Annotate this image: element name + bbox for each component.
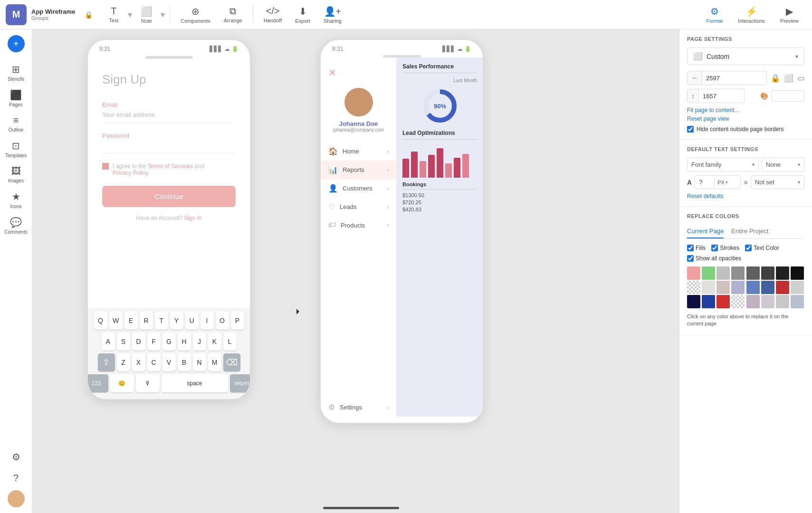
key-b[interactable]: B xyxy=(178,353,191,371)
key-o[interactable]: O xyxy=(216,312,229,330)
user-profile-avatar[interactable] xyxy=(344,88,373,116)
menu-item-products[interactable]: 🏷 Products › xyxy=(321,216,396,234)
not-set-dropdown[interactable]: Not set ▾ xyxy=(751,175,804,189)
arrange-tool[interactable]: ⧉ Arrange xyxy=(217,3,249,26)
sidebar-item-templates[interactable]: ⊡ Templates xyxy=(0,136,32,162)
key-mic[interactable]: 🎙 xyxy=(136,374,160,392)
key-j[interactable]: J xyxy=(193,332,206,351)
color-swatch-18[interactable] xyxy=(716,295,730,308)
menu-item-customers[interactable]: 👤 Customers › xyxy=(321,179,396,198)
color-swatch-12[interactable] xyxy=(746,281,760,294)
sidebar-item-pages[interactable]: ⬛ Pages xyxy=(0,86,32,111)
color-swatch-14[interactable] xyxy=(776,281,789,294)
app-logo[interactable]: M xyxy=(6,4,27,25)
sidebar-item-stencils[interactable]: ⊞ Stencils xyxy=(0,60,32,86)
color-swatch-1[interactable] xyxy=(702,266,715,280)
key-t[interactable]: T xyxy=(155,312,168,330)
color-swatch-7[interactable] xyxy=(791,266,804,280)
key-a[interactable]: A xyxy=(102,332,115,351)
key-r[interactable]: R xyxy=(140,312,153,330)
settings-button[interactable]: ⚙ xyxy=(8,448,25,466)
terms-checkbox[interactable] xyxy=(102,163,109,170)
color-swatch-0[interactable] xyxy=(687,266,700,280)
components-tool[interactable]: ⊛ Components xyxy=(174,3,217,27)
key-s[interactable]: S xyxy=(117,332,130,351)
export-tool[interactable]: ⬇ Export xyxy=(288,3,317,27)
text-color-checkbox[interactable] xyxy=(745,245,752,251)
key-m[interactable]: M xyxy=(208,353,221,371)
font-size-input[interactable] xyxy=(695,176,714,189)
reset-view-link[interactable]: Reset page view xyxy=(687,115,804,122)
interactions-tab[interactable]: ⚡ Interactions xyxy=(730,3,773,27)
reset-defaults-link[interactable]: Reset defaults xyxy=(687,193,804,200)
privacy-link[interactable]: Privacy Policy. xyxy=(113,170,149,176)
signin-link[interactable]: Sign In xyxy=(184,215,201,221)
color-swatch-21[interactable] xyxy=(761,295,774,308)
help-button[interactable]: ? xyxy=(8,469,25,486)
sidebar-item-outline[interactable]: ≡ Outline xyxy=(0,111,32,136)
key-delete[interactable]: ⌫ xyxy=(223,353,240,371)
key-space[interactable]: space xyxy=(162,374,228,392)
menu-item-settings[interactable]: ⚙ Settings › xyxy=(321,398,396,417)
fills-checkbox[interactable] xyxy=(687,245,694,251)
custom-page-dropdown[interactable]: ⬜ Custom ▾ xyxy=(687,48,804,65)
tab-current-page[interactable]: Current Page xyxy=(687,225,724,238)
key-z[interactable]: Z xyxy=(117,353,130,371)
portrait-icon[interactable]: ⬜ xyxy=(784,74,793,83)
hide-content-checkbox[interactable] xyxy=(687,126,694,133)
menu-item-home[interactable]: 🏠 Home › xyxy=(321,142,396,161)
color-swatch-17[interactable] xyxy=(702,295,715,308)
preview-tab[interactable]: ▶ Preview xyxy=(773,3,806,27)
key-123[interactable]: 123 xyxy=(87,374,108,392)
key-emoji[interactable]: 😊 xyxy=(110,374,134,392)
tab-entire-project[interactable]: Entire Project xyxy=(731,225,768,238)
terms-link[interactable]: Terms of Services xyxy=(148,163,193,170)
color-swatch-8[interactable] xyxy=(687,281,700,294)
handoff-tool[interactable]: </> Handoff xyxy=(257,3,288,26)
color-swatch-2[interactable] xyxy=(716,266,730,280)
key-e[interactable]: E xyxy=(124,312,138,330)
key-f[interactable]: F xyxy=(147,332,161,351)
color-swatch-10[interactable] xyxy=(716,281,730,294)
strokes-checkbox[interactable] xyxy=(711,245,718,251)
key-q[interactable]: Q xyxy=(94,312,107,330)
key-g[interactable]: G xyxy=(162,332,176,351)
color-swatch-9[interactable] xyxy=(702,281,715,294)
text-tool-dropdown[interactable]: ▾ xyxy=(128,10,132,20)
color-swatch-4[interactable] xyxy=(746,266,760,280)
sidebar-item-images[interactable]: 🖼 Images xyxy=(0,162,32,187)
font-size-unit-dropdown[interactable]: PX ▾ xyxy=(714,177,731,188)
menu-item-reports[interactable]: 📊 Reports ‹ xyxy=(321,161,396,179)
color-swatch-22[interactable] xyxy=(776,295,789,308)
canvas-area[interactable]: 9:31 ▋▋▋ ☁ 🔋 Sign Up Email Your email ad… xyxy=(32,29,679,513)
key-h[interactable]: H xyxy=(178,332,191,351)
continue-button[interactable]: Continue xyxy=(102,186,236,207)
color-swatch-5[interactable] xyxy=(761,266,774,280)
color-swatch-23[interactable] xyxy=(791,295,804,308)
height-input[interactable] xyxy=(699,90,727,103)
format-tab[interactable]: ⚙ Format xyxy=(698,3,730,27)
landscape-icon[interactable]: ▭ xyxy=(797,74,804,83)
key-l[interactable]: L xyxy=(223,332,237,351)
key-u[interactable]: U xyxy=(185,312,199,330)
color-swatch-6[interactable] xyxy=(776,266,789,280)
key-c[interactable]: C xyxy=(147,353,161,371)
color-swatch-3[interactable] xyxy=(731,266,745,280)
close-menu-button[interactable]: ✕ xyxy=(321,67,336,78)
key-v[interactable]: V xyxy=(162,353,176,371)
note-tool-dropdown[interactable]: ▾ xyxy=(161,10,165,20)
key-n[interactable]: N xyxy=(193,353,206,371)
sidebar-item-comments[interactable]: 💬 Comments xyxy=(0,213,32,238)
key-shift[interactable]: ⇧ xyxy=(98,353,115,371)
fill-color-input[interactable] xyxy=(771,90,804,102)
width-input[interactable] xyxy=(702,72,731,85)
key-d[interactable]: D xyxy=(132,332,145,351)
key-k[interactable]: K xyxy=(208,332,221,351)
key-x[interactable]: X xyxy=(132,353,145,371)
add-button[interactable]: + xyxy=(8,35,25,52)
key-w[interactable]: W xyxy=(109,312,123,330)
note-tool[interactable]: ⬜ Note xyxy=(133,3,160,27)
key-i[interactable]: I xyxy=(201,312,214,330)
color-swatch-13[interactable] xyxy=(761,281,774,294)
sidebar-item-icons[interactable]: ★ Icons xyxy=(0,187,32,213)
